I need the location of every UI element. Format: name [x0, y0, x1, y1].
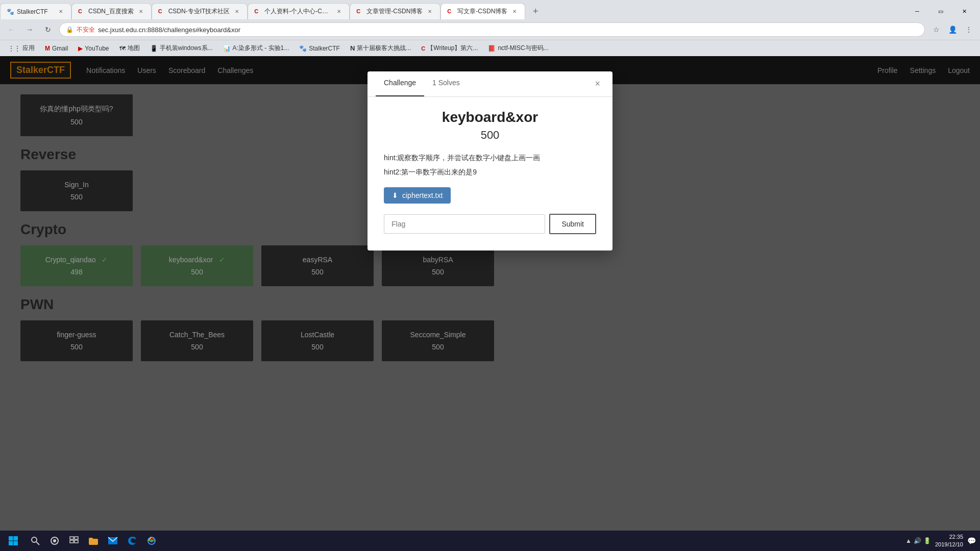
taskbar-chrome-button[interactable]: [143, 532, 160, 549]
svg-rect-0: [9, 536, 13, 541]
modal-challenge-title: keyboard&xor: [384, 109, 596, 126]
modal-tab-bar: Challenge 1 Solves ×: [368, 71, 612, 97]
mail-icon: [108, 537, 118, 545]
taskbar-search-button[interactable]: [27, 532, 44, 549]
back-button[interactable]: ←: [4, 22, 18, 37]
search-icon: [31, 536, 40, 545]
tab-csdn-baidu[interactable]: C CSDN_百度搜索 ✕: [71, 3, 152, 19]
modal-hint1: hint:观察数字顺序，并尝试在数字小键盘上画一画: [384, 152, 596, 163]
taskbar-date: 2019/12/10: [935, 541, 963, 548]
tab1-title: StalkerCTF: [17, 8, 54, 15]
tab2-title: CSDN_百度搜索: [88, 7, 134, 16]
taskbar-mail-button[interactable]: [104, 532, 121, 549]
user-profile-button[interactable]: 👤: [945, 22, 960, 37]
bookmark-youtube-label: YouTube: [85, 45, 109, 52]
svg-rect-10: [70, 540, 74, 543]
minimize-button[interactable]: ─: [905, 3, 929, 19]
tab5-close[interactable]: ✕: [426, 8, 434, 16]
close-button[interactable]: ✕: [952, 3, 976, 19]
windows-logo: [8, 536, 18, 546]
apps-favicon: ⋮⋮: [8, 45, 20, 52]
tab-csdn-write[interactable]: C 写文章-CSDN博客 ✕: [440, 3, 525, 19]
modal-close-button[interactable]: ×: [591, 71, 604, 96]
tab5-title: 文章管理-CSDN博客: [366, 7, 423, 16]
taskbar-edge-button[interactable]: [124, 532, 141, 549]
tab2-favicon: C: [78, 8, 85, 15]
task-view-icon: [69, 536, 79, 545]
bookmark-phone-label: 手机装windows系...: [160, 44, 213, 53]
bookmark-geek-challenge[interactable]: N 第十届极客大挑战...: [346, 43, 415, 54]
bookmark-phone-windows[interactable]: 📱 手机装windows系...: [146, 43, 217, 54]
tab6-title: 写文章-CSDN博客: [457, 7, 507, 16]
taskbar-time: 22:35: [935, 533, 963, 541]
new-tab-button[interactable]: +: [527, 3, 544, 19]
bookmark-maps[interactable]: 🗺 地图: [115, 43, 144, 54]
tab1-favicon: 🐾: [7, 8, 14, 15]
youtube-favicon: ▶: [78, 45, 83, 52]
svg-rect-8: [70, 537, 74, 539]
experiment-favicon: 📊: [223, 45, 231, 52]
bookmark-experiment-label: A:染多形式 - 实验1...: [233, 44, 289, 53]
security-label: 不安全: [77, 26, 95, 34]
tab2-close[interactable]: ✕: [137, 8, 145, 16]
stalkercTF-bm-favicon: 🐾: [299, 45, 307, 52]
more-menu-button[interactable]: ⋮: [962, 22, 976, 37]
flag-input[interactable]: [384, 214, 545, 234]
bookmark-nctf[interactable]: 📕 nctf-MISC与密码...: [484, 43, 552, 54]
start-button[interactable]: [4, 532, 22, 550]
tab3-close[interactable]: ✕: [233, 8, 241, 16]
download-button[interactable]: ⬇ ciphertext.txt: [384, 187, 451, 204]
bookmark-gmail-label: Gmail: [52, 45, 68, 52]
taskbar-task-view-button[interactable]: [65, 532, 83, 549]
address-bar-row: ← → ↻ 🔒 不安全 sec.jxust.edu.cn:8888/challe…: [0, 19, 980, 40]
tab4-close[interactable]: ✕: [335, 8, 343, 16]
volume-icon[interactable]: 🔊: [914, 537, 921, 544]
bookmark-geek-label: 第十届极客大挑战...: [357, 44, 411, 53]
battery-icon: 🔋: [923, 537, 931, 544]
bookmark-experiment[interactable]: 📊 A:染多形式 - 实验1...: [219, 43, 293, 54]
refresh-button[interactable]: ↻: [41, 22, 55, 37]
tab-csdn-it[interactable]: C CSDN-专业IT技术社区 ✕: [152, 3, 248, 19]
window-controls: ─ ▭ ✕: [905, 3, 980, 19]
notification-area-icon[interactable]: 💬: [967, 537, 976, 545]
svg-rect-11: [75, 540, 78, 543]
tab6-close[interactable]: ✕: [510, 8, 519, 16]
svg-rect-3: [14, 541, 18, 546]
bookmark-gmail[interactable]: M Gmail: [41, 44, 72, 53]
bookmark-youtube[interactable]: ▶ YouTube: [74, 44, 113, 53]
tab1-close[interactable]: ✕: [57, 8, 65, 16]
modal-tab-solves[interactable]: 1 Solves: [424, 71, 468, 96]
tab-stalkercTF[interactable]: 🐾 StalkerCTF ✕: [0, 3, 71, 19]
tab4-favicon: C: [254, 8, 261, 15]
forward-button[interactable]: →: [22, 22, 37, 37]
tab3-favicon: C: [158, 8, 165, 15]
modal-tab-challenge[interactable]: Challenge: [376, 71, 424, 96]
modal-flag-row: Submit: [384, 214, 596, 234]
maps-favicon: 🗺: [119, 45, 126, 52]
bookmark-writeup-label: 【Writeup】第六...: [427, 44, 478, 53]
chrome-icon: [146, 536, 157, 546]
geek-favicon: N: [350, 44, 355, 52]
bookmark-star-button[interactable]: ☆: [929, 22, 943, 37]
modal-overlay[interactable]: Challenge 1 Solves × keyboard&xor 500 hi…: [0, 56, 980, 531]
taskbar-file-explorer-button[interactable]: [85, 532, 102, 549]
bookmark-stalkercTF[interactable]: 🐾 StalkerCTF: [295, 44, 344, 53]
bookmark-apps[interactable]: ⋮⋮ 应用: [4, 43, 39, 54]
download-icon: ⬇: [392, 191, 398, 199]
svg-rect-2: [9, 541, 13, 546]
address-actions: ☆ 👤 ⋮: [929, 22, 976, 37]
svg-point-7: [53, 539, 56, 542]
taskbar-cortana-button[interactable]: [46, 532, 63, 549]
bookmark-apps-label: 应用: [22, 44, 35, 53]
svg-rect-9: [75, 537, 78, 539]
maximize-button[interactable]: ▭: [929, 3, 952, 19]
edge-icon: [127, 536, 137, 546]
tab3-title: CSDN-专业IT技术社区: [168, 7, 230, 16]
tab5-favicon: C: [356, 8, 363, 15]
address-bar[interactable]: 🔒 不安全 sec.jxust.edu.cn:8888/challenges#k…: [59, 22, 925, 37]
submit-button[interactable]: Submit: [549, 214, 596, 234]
bookmark-writeup[interactable]: C 【Writeup】第六...: [417, 43, 482, 54]
cortana-icon: [50, 536, 59, 545]
tab-csdn-article-mgmt[interactable]: C 文章管理-CSDN博客 ✕: [350, 3, 440, 19]
tab-csdn-profile[interactable]: C 个人资料-个人中心-CSDN ✕: [248, 3, 350, 19]
